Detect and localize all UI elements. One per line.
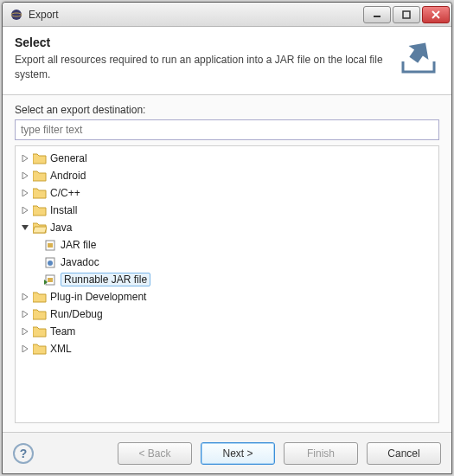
javadoc-icon [43, 256, 57, 268]
chevron-down-icon[interactable] [19, 222, 31, 234]
tree-label: Runnable JAR file [61, 273, 150, 286]
tree-label: C/C++ [50, 187, 80, 199]
chevron-right-icon[interactable] [19, 325, 31, 338]
chevron-right-icon[interactable] [19, 204, 31, 216]
help-icon: ? [20, 447, 28, 460]
tree-label: Team [50, 325, 75, 338]
folder-icon [33, 170, 47, 182]
tree-label: Javadoc [61, 256, 99, 268]
tree-item-team[interactable]: Team [17, 323, 437, 340]
runnable-jar-icon [43, 273, 57, 286]
tree-label: Plug-in Development [50, 291, 146, 303]
tree-item-jar-file[interactable]: JAR file [17, 236, 437, 254]
tree-label: Install [50, 204, 77, 216]
folder-icon [33, 308, 47, 320]
tree-item-runnable-jar[interactable]: Runnable JAR file [17, 271, 437, 288]
titlebar[interactable]: Export [3, 3, 451, 27]
minimize-button[interactable] [363, 6, 391, 23]
tree-item-ccpp[interactable]: C/C++ [17, 184, 437, 202]
chevron-right-icon[interactable] [19, 187, 31, 199]
tree-label: Android [50, 170, 86, 182]
folder-icon [33, 204, 47, 216]
tree-item-rundebug[interactable]: Run/Debug [17, 306, 437, 323]
header-text: Select Export all resources required to … [15, 35, 391, 82]
next-button[interactable]: Next > [201, 442, 275, 465]
svg-rect-7 [48, 243, 53, 248]
tree-label: Run/Debug [50, 308, 103, 320]
tree-item-general[interactable]: General [17, 150, 437, 167]
page-description: Export all resources required to run an … [15, 53, 391, 82]
tree-label: JAR file [61, 239, 96, 251]
eclipse-icon [10, 8, 23, 22]
svg-point-0 [11, 10, 22, 20]
minimize-icon [373, 10, 381, 19]
close-button[interactable] [422, 6, 450, 23]
folder-open-icon [33, 222, 47, 234]
tree-item-xml[interactable]: XML [17, 340, 437, 357]
jar-icon [43, 239, 57, 251]
finish-button[interactable]: Finish [284, 442, 358, 465]
back-button[interactable]: < Back [118, 442, 192, 465]
tree-label: General [50, 152, 87, 164]
filter-input[interactable] [15, 119, 439, 140]
folder-icon [33, 152, 47, 164]
wizard-body: Select an export destination: General An… [3, 95, 451, 432]
export-icon [398, 35, 439, 77]
window-title: Export [29, 9, 363, 21]
export-tree[interactable]: General Android C/C++ Install Java [15, 145, 439, 423]
folder-icon [33, 343, 47, 355]
chevron-right-icon[interactable] [19, 291, 31, 303]
folder-icon [33, 187, 47, 199]
export-window: Export Select Export all resources requi… [2, 2, 452, 474]
close-icon [432, 10, 440, 19]
tree-item-install[interactable]: Install [17, 202, 437, 219]
chevron-right-icon[interactable] [19, 343, 31, 355]
cancel-button[interactable]: Cancel [367, 442, 441, 465]
tree-item-javadoc[interactable]: Javadoc [17, 254, 437, 271]
button-bar: ? < Back Next > Finish Cancel [3, 432, 451, 473]
tree-item-android[interactable]: Android [17, 167, 437, 184]
destination-label: Select an export destination: [15, 104, 439, 116]
chevron-right-icon[interactable] [19, 152, 31, 164]
maximize-button[interactable] [393, 6, 420, 23]
page-title: Select [15, 35, 391, 49]
svg-rect-3 [403, 11, 410, 18]
folder-icon [33, 291, 47, 303]
maximize-icon [402, 10, 411, 19]
tree-item-plugin[interactable]: Plug-in Development [17, 288, 437, 306]
svg-rect-11 [48, 278, 53, 282]
tree-label: Java [50, 222, 72, 234]
window-controls [363, 6, 450, 23]
tree-item-java[interactable]: Java [17, 219, 437, 236]
chevron-right-icon[interactable] [19, 308, 31, 320]
chevron-right-icon[interactable] [19, 170, 31, 182]
tree-label: XML [50, 343, 72, 355]
folder-icon [33, 325, 47, 338]
help-button[interactable]: ? [13, 443, 34, 464]
svg-point-9 [48, 261, 53, 266]
wizard-header: Select Export all resources required to … [3, 27, 451, 95]
